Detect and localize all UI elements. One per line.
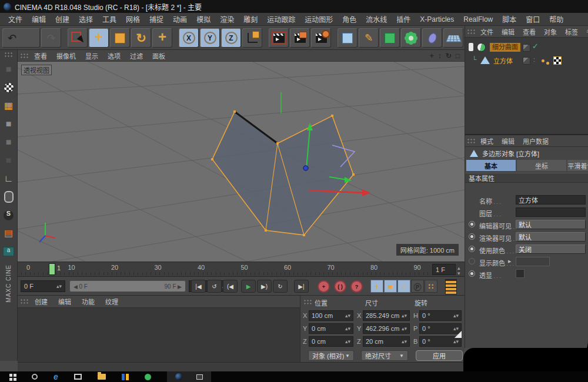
undo-icon[interactable]: ↶ — [2, 28, 40, 48]
object-name[interactable]: 立方体 — [493, 56, 513, 65]
slider-left-arrow[interactable]: ◀ — [74, 284, 79, 290]
radio-icon[interactable] — [469, 221, 475, 227]
layer-icon[interactable] — [523, 44, 530, 52]
go-to-end-button[interactable]: ▶| — [294, 280, 309, 293]
attribute-field[interactable] — [516, 269, 524, 278]
convert-editable-icon[interactable]: ■ — [2, 63, 16, 76]
visibility-toggle-icon[interactable] — [469, 43, 473, 51]
coordinate-mode-dropdown[interactable]: 对象 (相对)▼ — [308, 350, 354, 361]
x-axis-lock-button[interactable]: X — [179, 28, 199, 48]
axis-mode-icon[interactable]: ∟ — [2, 172, 16, 185]
loop-button[interactable]: ↻ — [273, 280, 288, 293]
viewport-grip[interactable] — [20, 53, 29, 59]
material-menu-item[interactable]: 纹理 — [100, 297, 123, 306]
edge-icon[interactable]: e — [54, 371, 58, 382]
paint-tool-icon[interactable]: ▤ — [2, 227, 16, 240]
toolbar-button[interactable] — [263, 28, 268, 48]
rotation-field[interactable]: 0 °▴▾ — [419, 310, 462, 321]
keyframe-help-button[interactable]: ? — [350, 280, 363, 293]
object-manager-menu-item[interactable]: 标签 — [561, 27, 582, 36]
last-tool-icon[interactable]: + — [152, 28, 172, 48]
viewport-menu-item[interactable]: 查看 — [29, 51, 52, 61]
menu-item[interactable]: 脚本 — [497, 14, 521, 24]
object-manager-menu-item[interactable]: 对象 — [540, 27, 561, 36]
next-key-button[interactable]: ▶) — [257, 280, 272, 293]
menu-item[interactable]: 编辑 — [27, 14, 51, 24]
menu-item[interactable]: 选择 — [74, 14, 98, 24]
texture-mode-icon[interactable]: ▦ — [2, 99, 16, 112]
object-manager-list[interactable]: 细分曲面 ✓ └ 立方体 : — [465, 38, 588, 135]
menu-item[interactable]: 雕刻 — [239, 14, 262, 24]
menu-item[interactable]: 插件 — [392, 14, 415, 24]
basic-properties-section[interactable]: 基本属性 — [465, 173, 588, 183]
attribute-field[interactable]: 立方体 — [516, 195, 586, 205]
previous-key-button[interactable]: (◀ — [223, 280, 238, 293]
layer-icon[interactable] — [523, 57, 530, 65]
menu-item[interactable]: 帮助 — [544, 14, 568, 24]
position-field[interactable]: 0 cm▴▾ — [309, 323, 353, 334]
material-menu-item[interactable]: 编辑 — [53, 297, 76, 306]
attribute-tab[interactable]: 平滑着色(Phong) — [567, 160, 588, 171]
uvw-tag-icon[interactable] — [553, 56, 562, 65]
toolbar-button[interactable] — [62, 28, 66, 48]
snap-icon[interactable]: S — [2, 209, 16, 222]
viewport-menu-item[interactable]: 显示 — [81, 51, 103, 61]
play-backwards-button[interactable]: ↺ — [207, 280, 222, 293]
toolbar-button[interactable] — [332, 28, 336, 48]
rotate-tool-icon[interactable]: ↻ — [131, 28, 151, 48]
points-mode-icon[interactable]: ■ — [2, 118, 16, 130]
attribute-menu-item[interactable]: 模式 — [476, 136, 497, 146]
attribute-menu-item[interactable]: 用户数据 — [519, 136, 553, 146]
attribute-field[interactable] — [516, 257, 550, 266]
attribute-manager-grip[interactable] — [467, 138, 476, 144]
attribute-tab[interactable]: 坐标 — [517, 160, 566, 171]
attribute-field[interactable]: 默认 — [516, 232, 586, 242]
attribute-field[interactable]: 默认 — [516, 220, 586, 229]
mouse-icon[interactable] — [2, 190, 16, 203]
menu-item[interactable]: RealFlow — [459, 15, 497, 24]
viewport-rotate-icon[interactable]: ↻ — [446, 52, 452, 59]
office-icon[interactable] — [122, 371, 129, 382]
attribute-menu-item[interactable]: 编辑 — [497, 136, 519, 146]
frame-spinner[interactable]: ▴▾ — [457, 266, 460, 276]
menu-item[interactable]: 角色 — [338, 14, 361, 24]
viewport-menu-item[interactable]: 过滤 — [125, 51, 148, 61]
key-position-toggle[interactable]: + — [370, 280, 383, 293]
start-button[interactable] — [9, 371, 16, 382]
add-deformer-icon[interactable] — [401, 28, 421, 48]
size-mode-dropdown[interactable]: 绝对尺寸▼ — [361, 350, 408, 361]
add-primitive-icon[interactable] — [338, 28, 358, 48]
y-axis-lock-button[interactable]: Y — [200, 28, 220, 48]
viewport-canvas[interactable]: 透视视图 网格间距: 1000 cm — [18, 62, 465, 262]
material-menu-item[interactable]: 功能 — [76, 297, 100, 306]
add-field-icon[interactable] — [422, 28, 442, 48]
current-frame-field[interactable]: 1 F — [432, 264, 456, 275]
size-field[interactable]: 20 cm▴▾ — [363, 336, 410, 347]
autokey-button[interactable]: ( ) — [334, 280, 346, 293]
viewport-pan-icon[interactable]: + — [430, 52, 434, 59]
record-keyframe-button[interactable]: + — [318, 280, 330, 293]
layers-tool-icon[interactable]: a — [2, 245, 16, 258]
key-scale-toggle[interactable]: ■ — [384, 280, 397, 293]
key-pla-toggle[interactable]: ∷ — [425, 280, 437, 293]
spinner-icon[interactable]: ▴▾ — [56, 284, 62, 289]
slider-right-arrow[interactable]: ▶ — [176, 284, 182, 290]
current-frame-marker[interactable] — [49, 263, 55, 275]
move-tool-icon[interactable]: + — [89, 28, 109, 48]
menu-item[interactable]: 渲染 — [215, 14, 239, 24]
polygons-mode-icon[interactable]: ■ — [2, 154, 16, 167]
play-button[interactable]: ▶ — [241, 280, 256, 293]
radio-icon[interactable] — [469, 246, 475, 252]
key-parameter-toggle[interactable]: Ⓟ — [411, 280, 424, 293]
selection-tag-icon[interactable] — [542, 59, 544, 62]
object-name[interactable]: 细分曲面 — [490, 43, 520, 52]
object-manager-menu-item[interactable]: 书签 — [582, 27, 588, 36]
radio-icon[interactable] — [469, 270, 475, 277]
viewport-menu-item[interactable]: 摄像机 — [52, 51, 81, 61]
add-generator-icon[interactable] — [380, 28, 400, 48]
timeline-ruler[interactable]: 0102030405060708090 1 1 F ▴▾ — [18, 262, 465, 277]
frame-range-slider[interactable]: ◀ 0 F 90 F ▶ — [69, 280, 186, 292]
material-grip[interactable] — [20, 299, 29, 304]
attribute-field[interactable] — [516, 207, 586, 217]
subdivision-surface-icon[interactable] — [477, 43, 486, 52]
